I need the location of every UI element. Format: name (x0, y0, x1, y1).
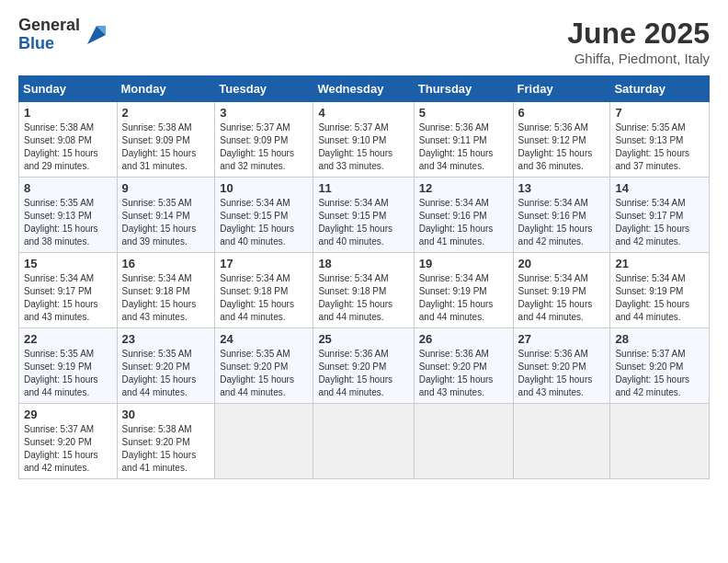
page-header: General Blue June 2025 Ghiffa, Piedmont,… (18, 17, 710, 66)
day-info: Sunrise: 5:35 AM Sunset: 9:13 PM Dayligh… (24, 197, 112, 248)
day-number: 8 (24, 181, 112, 195)
calendar-body: 1Sunrise: 5:38 AM Sunset: 9:08 PM Daylig… (19, 102, 710, 479)
day-number: 4 (318, 106, 408, 120)
calendar-week: 29Sunrise: 5:37 AM Sunset: 9:20 PM Dayli… (19, 404, 710, 479)
day-number: 9 (122, 181, 210, 195)
calendar-cell: 12Sunrise: 5:34 AM Sunset: 9:16 PM Dayli… (414, 178, 513, 253)
day-number: 7 (615, 106, 704, 120)
calendar-cell: 4Sunrise: 5:37 AM Sunset: 9:10 PM Daylig… (313, 102, 414, 178)
calendar-cell: 27Sunrise: 5:36 AM Sunset: 9:20 PM Dayli… (513, 328, 610, 404)
weekday-header: Wednesday (313, 76, 414, 102)
day-info: Sunrise: 5:35 AM Sunset: 9:20 PM Dayligh… (220, 348, 308, 399)
day-info: Sunrise: 5:37 AM Sunset: 9:20 PM Dayligh… (615, 348, 704, 399)
calendar-cell: 21Sunrise: 5:34 AM Sunset: 9:19 PM Dayli… (610, 253, 710, 328)
day-info: Sunrise: 5:34 AM Sunset: 9:16 PM Dayligh… (518, 197, 606, 248)
calendar-cell: 2Sunrise: 5:38 AM Sunset: 9:09 PM Daylig… (117, 102, 215, 178)
day-info: Sunrise: 5:34 AM Sunset: 9:18 PM Dayligh… (318, 272, 408, 324)
calendar-cell: 20Sunrise: 5:34 AM Sunset: 9:19 PM Dayli… (513, 253, 610, 328)
calendar-cell: 13Sunrise: 5:34 AM Sunset: 9:16 PM Dayli… (513, 178, 610, 253)
calendar-cell: 24Sunrise: 5:35 AM Sunset: 9:20 PM Dayli… (215, 328, 313, 404)
day-number: 16 (122, 257, 210, 270)
logo: General Blue (18, 17, 109, 53)
calendar-cell: 18Sunrise: 5:34 AM Sunset: 9:18 PM Dayli… (313, 253, 414, 328)
day-info: Sunrise: 5:37 AM Sunset: 9:09 PM Dayligh… (220, 121, 308, 173)
calendar-cell: 22Sunrise: 5:35 AM Sunset: 9:19 PM Dayli… (19, 328, 118, 404)
title-block: June 2025 Ghiffa, Piedmont, Italy (567, 17, 710, 66)
calendar-cell: 10Sunrise: 5:34 AM Sunset: 9:15 PM Dayli… (215, 178, 313, 253)
calendar-cell: 16Sunrise: 5:34 AM Sunset: 9:18 PM Dayli… (117, 253, 215, 328)
calendar-week: 8Sunrise: 5:35 AM Sunset: 9:13 PM Daylig… (19, 178, 710, 253)
day-number: 25 (318, 332, 408, 346)
day-number: 17 (220, 257, 308, 270)
day-number: 28 (615, 332, 704, 346)
day-number: 18 (318, 257, 408, 270)
day-info: Sunrise: 5:34 AM Sunset: 9:15 PM Dayligh… (318, 197, 408, 248)
weekday-header: Saturday (610, 76, 710, 102)
day-number: 29 (24, 408, 112, 421)
calendar-table: SundayMondayTuesdayWednesdayThursdayFrid… (18, 75, 710, 479)
day-info: Sunrise: 5:35 AM Sunset: 9:20 PM Dayligh… (122, 348, 210, 399)
calendar-cell (313, 404, 414, 479)
calendar-cell (513, 404, 610, 479)
calendar-week: 22Sunrise: 5:35 AM Sunset: 9:19 PM Dayli… (19, 328, 710, 404)
calendar-page: General Blue June 2025 Ghiffa, Piedmont,… (0, 0, 728, 563)
day-number: 5 (419, 106, 508, 120)
calendar-cell: 25Sunrise: 5:36 AM Sunset: 9:20 PM Dayli… (313, 328, 414, 404)
day-info: Sunrise: 5:34 AM Sunset: 9:19 PM Dayligh… (518, 272, 606, 324)
logo-blue: Blue (18, 35, 80, 53)
day-number: 15 (24, 257, 112, 270)
calendar-cell (215, 404, 313, 479)
day-number: 12 (419, 181, 508, 195)
calendar-cell: 9Sunrise: 5:35 AM Sunset: 9:14 PM Daylig… (117, 178, 215, 253)
weekday-header: Thursday (414, 76, 513, 102)
calendar-cell: 30Sunrise: 5:38 AM Sunset: 9:20 PM Dayli… (117, 404, 215, 479)
calendar-cell: 17Sunrise: 5:34 AM Sunset: 9:18 PM Dayli… (215, 253, 313, 328)
day-info: Sunrise: 5:36 AM Sunset: 9:20 PM Dayligh… (318, 348, 408, 399)
calendar-cell: 8Sunrise: 5:35 AM Sunset: 9:13 PM Daylig… (19, 178, 118, 253)
day-info: Sunrise: 5:36 AM Sunset: 9:12 PM Dayligh… (518, 121, 606, 173)
day-info: Sunrise: 5:37 AM Sunset: 9:10 PM Dayligh… (318, 121, 408, 173)
calendar-header: SundayMondayTuesdayWednesdayThursdayFrid… (19, 76, 710, 102)
day-info: Sunrise: 5:35 AM Sunset: 9:13 PM Dayligh… (615, 121, 704, 173)
weekday-header: Tuesday (215, 76, 313, 102)
day-number: 14 (615, 181, 704, 195)
calendar-cell: 3Sunrise: 5:37 AM Sunset: 9:09 PM Daylig… (215, 102, 313, 178)
day-number: 11 (318, 181, 408, 195)
day-number: 27 (518, 332, 606, 346)
calendar-cell: 1Sunrise: 5:38 AM Sunset: 9:08 PM Daylig… (19, 102, 118, 178)
day-info: Sunrise: 5:34 AM Sunset: 9:19 PM Dayligh… (615, 272, 704, 324)
weekday-header: Friday (513, 76, 610, 102)
day-info: Sunrise: 5:37 AM Sunset: 9:20 PM Dayligh… (24, 423, 112, 475)
day-info: Sunrise: 5:34 AM Sunset: 9:19 PM Dayligh… (419, 272, 508, 324)
calendar-cell: 7Sunrise: 5:35 AM Sunset: 9:13 PM Daylig… (610, 102, 710, 178)
day-number: 26 (419, 332, 508, 346)
day-info: Sunrise: 5:35 AM Sunset: 9:14 PM Dayligh… (122, 197, 210, 248)
weekday-row: SundayMondayTuesdayWednesdayThursdayFrid… (19, 76, 710, 102)
day-info: Sunrise: 5:38 AM Sunset: 9:20 PM Dayligh… (122, 423, 210, 475)
day-number: 23 (122, 332, 210, 346)
day-number: 24 (220, 332, 308, 346)
day-number: 30 (122, 408, 210, 421)
day-info: Sunrise: 5:34 AM Sunset: 9:18 PM Dayligh… (220, 272, 308, 324)
logo-icon (84, 22, 109, 48)
calendar-week: 15Sunrise: 5:34 AM Sunset: 9:17 PM Dayli… (19, 253, 710, 328)
month-title: June 2025 (567, 17, 710, 51)
day-number: 13 (518, 181, 606, 195)
day-info: Sunrise: 5:34 AM Sunset: 9:17 PM Dayligh… (615, 197, 704, 248)
day-info: Sunrise: 5:38 AM Sunset: 9:09 PM Dayligh… (122, 121, 210, 173)
day-number: 20 (518, 257, 606, 270)
calendar-cell (414, 404, 513, 479)
logo-general: General (18, 17, 80, 35)
day-info: Sunrise: 5:34 AM Sunset: 9:18 PM Dayligh… (122, 272, 210, 324)
calendar-cell: 14Sunrise: 5:34 AM Sunset: 9:17 PM Dayli… (610, 178, 710, 253)
calendar-cell: 11Sunrise: 5:34 AM Sunset: 9:15 PM Dayli… (313, 178, 414, 253)
weekday-header: Sunday (19, 76, 118, 102)
calendar-cell: 28Sunrise: 5:37 AM Sunset: 9:20 PM Dayli… (610, 328, 710, 404)
day-info: Sunrise: 5:34 AM Sunset: 9:15 PM Dayligh… (220, 197, 308, 248)
day-number: 22 (24, 332, 112, 346)
location: Ghiffa, Piedmont, Italy (567, 51, 710, 66)
day-info: Sunrise: 5:34 AM Sunset: 9:16 PM Dayligh… (419, 197, 508, 248)
day-number: 19 (419, 257, 508, 270)
day-info: Sunrise: 5:36 AM Sunset: 9:11 PM Dayligh… (419, 121, 508, 173)
calendar-cell: 6Sunrise: 5:36 AM Sunset: 9:12 PM Daylig… (513, 102, 610, 178)
